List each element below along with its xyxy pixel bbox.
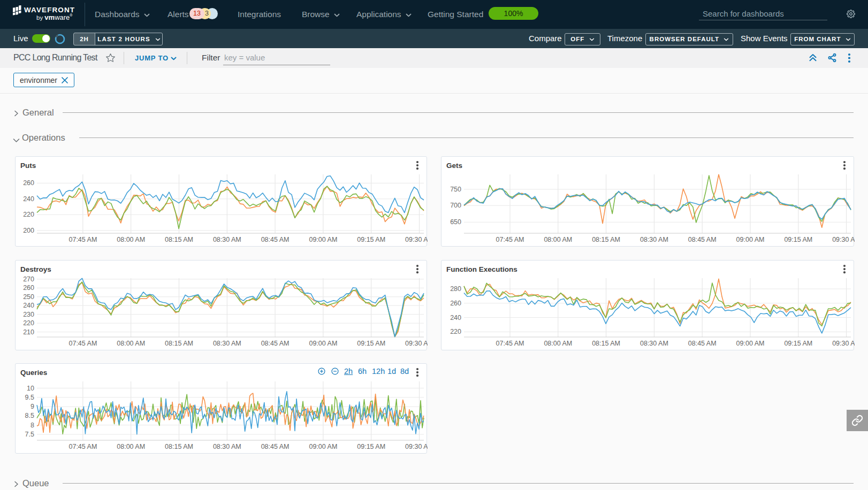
svg-text:08:00 AM: 08:00 AM <box>117 236 145 243</box>
svg-text:08:00 AM: 08:00 AM <box>544 236 572 243</box>
svg-text:08:15 AM: 08:15 AM <box>592 236 620 243</box>
svg-text:220: 220 <box>23 211 34 218</box>
svg-text:700: 700 <box>450 202 461 209</box>
svg-text:08:30 AM: 08:30 AM <box>640 340 668 347</box>
svg-text:08:45 AM: 08:45 AM <box>261 443 290 450</box>
svg-text:260: 260 <box>450 300 461 307</box>
svg-text:08:45 AM: 08:45 AM <box>261 340 290 347</box>
svg-text:220: 220 <box>450 328 461 335</box>
svg-text:09:00 AM: 09:00 AM <box>309 443 337 450</box>
svg-text:750: 750 <box>450 186 461 193</box>
svg-text:08:00 AM: 08:00 AM <box>117 443 145 450</box>
svg-text:08:15 AM: 08:15 AM <box>165 443 193 450</box>
svg-text:650: 650 <box>450 218 461 226</box>
svg-text:09:30 AM: 09:30 AM <box>405 443 428 450</box>
svg-text:8.5: 8.5 <box>25 412 34 419</box>
svg-text:09:00 AM: 09:00 AM <box>736 340 765 347</box>
svg-text:08:00 AM: 08:00 AM <box>117 340 145 347</box>
svg-text:280: 280 <box>450 285 461 293</box>
svg-text:8: 8 <box>31 422 34 429</box>
svg-text:220: 220 <box>23 319 34 327</box>
svg-text:230: 230 <box>23 311 34 318</box>
svg-text:09:30 AM: 09:30 AM <box>832 236 855 243</box>
svg-text:07:45 AM: 07:45 AM <box>68 236 97 243</box>
svg-text:240: 240 <box>450 314 461 321</box>
svg-text:08:30 AM: 08:30 AM <box>213 236 241 243</box>
svg-text:240: 240 <box>23 195 34 203</box>
svg-text:09:15 AM: 09:15 AM <box>357 236 385 243</box>
svg-text:250: 250 <box>23 293 34 301</box>
svg-text:09:15 AM: 09:15 AM <box>784 236 812 243</box>
svg-text:09:15 AM: 09:15 AM <box>357 340 385 347</box>
svg-text:08:30 AM: 08:30 AM <box>213 443 241 450</box>
svg-text:08:15 AM: 08:15 AM <box>165 340 193 347</box>
svg-text:09:00 AM: 09:00 AM <box>309 340 337 347</box>
svg-text:09:15 AM: 09:15 AM <box>784 340 812 347</box>
svg-text:09:30 AM: 09:30 AM <box>832 340 855 347</box>
svg-text:08:15 AM: 08:15 AM <box>592 340 620 347</box>
svg-text:7.5: 7.5 <box>25 431 34 438</box>
svg-text:07:45 AM: 07:45 AM <box>496 236 524 243</box>
svg-text:10: 10 <box>27 385 34 392</box>
svg-text:08:15 AM: 08:15 AM <box>165 236 193 243</box>
svg-text:260: 260 <box>23 179 34 187</box>
svg-text:260: 260 <box>23 284 34 292</box>
svg-text:07:45 AM: 07:45 AM <box>68 340 97 347</box>
svg-text:08:45 AM: 08:45 AM <box>688 340 717 347</box>
svg-text:210: 210 <box>23 328 34 336</box>
svg-text:08:45 AM: 08:45 AM <box>688 236 717 243</box>
svg-text:08:30 AM: 08:30 AM <box>213 340 241 347</box>
svg-text:07:45 AM: 07:45 AM <box>496 340 524 347</box>
svg-text:9.5: 9.5 <box>25 394 34 401</box>
svg-text:200: 200 <box>23 227 34 234</box>
svg-text:270: 270 <box>23 275 34 283</box>
svg-text:240: 240 <box>23 302 34 309</box>
svg-text:08:45 AM: 08:45 AM <box>261 236 290 243</box>
svg-text:08:00 AM: 08:00 AM <box>544 340 572 347</box>
svg-text:07:45 AM: 07:45 AM <box>68 443 97 450</box>
svg-text:09:00 AM: 09:00 AM <box>309 236 337 243</box>
svg-text:08:30 AM: 08:30 AM <box>640 236 668 243</box>
svg-text:09:15 AM: 09:15 AM <box>357 443 385 450</box>
svg-text:9: 9 <box>31 403 34 410</box>
svg-text:09:30 AM: 09:30 AM <box>405 236 428 243</box>
svg-text:09:30 AM: 09:30 AM <box>405 340 428 347</box>
svg-text:09:00 AM: 09:00 AM <box>736 236 765 243</box>
